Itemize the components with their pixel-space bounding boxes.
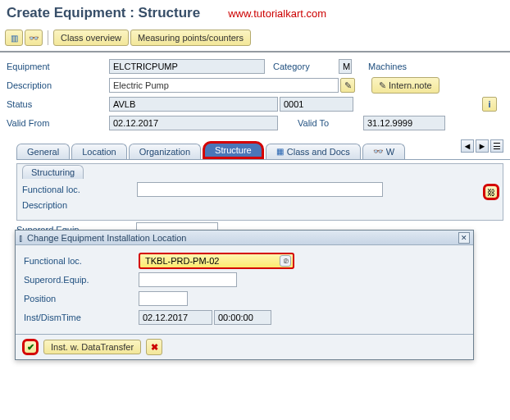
confirm-button[interactable]: ✔	[22, 339, 39, 355]
tab-general[interactable]: General	[16, 144, 70, 159]
popup-funcloc-input[interactable]: TKBL-PRD-PM-02 ⎚	[139, 253, 294, 269]
popup-instdism-time: 00:00:00	[214, 310, 271, 325]
search-help-button[interactable]: ⎚	[280, 255, 291, 267]
check-icon: ✔	[27, 342, 34, 353]
popup-instdism-date: 02.12.2017	[139, 310, 212, 325]
dialog-title: Change Equipment Installation Location	[27, 233, 186, 243]
grid-icon: ▦	[276, 148, 284, 156]
popup-position-label: Position	[24, 294, 139, 304]
popup-instdism-label: Inst/DismTime	[24, 313, 139, 322]
structuring-panel: Structuring Functional loc. Description …	[16, 163, 503, 221]
category-text: Machines	[368, 62, 407, 71]
tab-class-docs-label: Class and Docs	[287, 147, 350, 157]
pencil-icon: ✎	[379, 80, 386, 91]
equipment-label: Equipment	[7, 62, 109, 71]
tab-scroll-right[interactable]: ►	[476, 139, 489, 153]
valid-from-value: 02.12.2017	[109, 116, 278, 130]
popup-funcloc-label: Functional loc.	[24, 256, 139, 266]
tab-structure[interactable]: Structure	[203, 141, 264, 159]
inst-datatransfer-button[interactable]: Inst. w. DataTransfer	[43, 340, 141, 354]
dialog-close-button[interactable]: ✕	[458, 232, 470, 244]
description-label: Description	[7, 80, 109, 90]
intern-note-button[interactable]: ✎ Intern.note	[371, 77, 439, 94]
description-input[interactable]	[109, 78, 339, 93]
info-icon: i	[488, 99, 490, 109]
panel-funcloc-input[interactable]	[137, 182, 383, 197]
glasses-icon: 👓	[29, 34, 39, 43]
header-icon-btn-2[interactable]: 👓	[25, 30, 43, 46]
popup-superord-input[interactable]	[139, 272, 237, 287]
tab-w[interactable]: 👓W	[362, 144, 405, 159]
glasses-icon: 👓	[373, 148, 383, 156]
panel-description-label: Description	[22, 200, 137, 210]
category-value: M	[339, 59, 352, 74]
measuring-points-button[interactable]: Measuring points/counters	[130, 30, 251, 46]
description-edit-button[interactable]: ✎	[340, 78, 355, 93]
cancel-icon: ✖	[151, 342, 158, 353]
tab-w-label: W	[386, 147, 394, 157]
toolbar-divider	[48, 30, 48, 45]
page-title: Create Equipment : Structure	[7, 5, 200, 21]
valid-to-label: Valid To	[298, 118, 363, 128]
class-overview-button[interactable]: Class overview	[53, 30, 129, 46]
popup-funcloc-value: TKBL-PRD-PM-02	[145, 256, 219, 266]
tab-list-button[interactable]: ☰	[490, 139, 503, 153]
status-code: 0001	[280, 97, 353, 112]
status-info-button[interactable]: i	[482, 97, 497, 112]
popup-superord-label: Superord.Equip.	[24, 275, 139, 285]
cancel-button[interactable]: ✖	[146, 339, 162, 355]
category-label: Category	[273, 62, 339, 71]
valid-from-label: Valid From	[7, 118, 109, 128]
valid-to-value: 31.12.9999	[363, 116, 445, 130]
status-value: AVLB	[109, 97, 278, 112]
tab-organization[interactable]: Organization	[129, 144, 201, 159]
equipment-value: ELCTRICPUMP	[109, 59, 265, 74]
tab-class-docs[interactable]: ▦Class and Docs	[266, 144, 361, 159]
doc-icon: ▥	[11, 34, 18, 43]
dialog-icon: ⫿	[19, 233, 24, 243]
structuring-panel-title: Structuring	[22, 165, 84, 179]
watermark-url: www.tutorialkart.com	[228, 7, 326, 20]
install-location-dialog: ⫿ Change Equipment Installation Location…	[15, 230, 474, 360]
hierarchy-icon: ⛓	[487, 188, 495, 197]
panel-funcloc-label: Functional loc.	[22, 185, 137, 194]
pencil-icon: ✎	[344, 80, 352, 91]
popup-position-input[interactable]	[139, 291, 188, 306]
tab-location[interactable]: Location	[71, 144, 127, 159]
header-icon-btn-1[interactable]: ▥	[5, 30, 23, 46]
toolbar: ▥ 👓 Class overview Measuring points/coun…	[0, 28, 510, 52]
tab-scroll-left[interactable]: ◄	[461, 139, 474, 153]
structure-help-button[interactable]: ⛓	[483, 184, 499, 200]
status-label: Status	[7, 99, 109, 109]
intern-note-label: Intern.note	[389, 80, 432, 90]
